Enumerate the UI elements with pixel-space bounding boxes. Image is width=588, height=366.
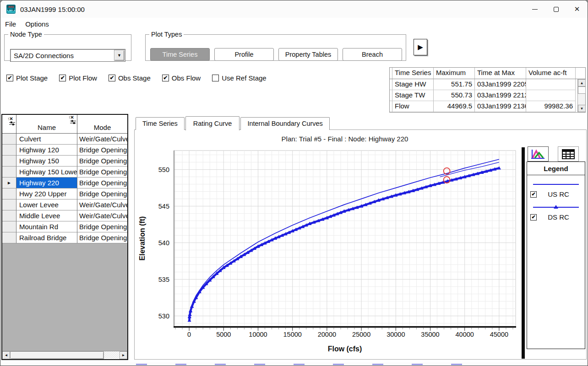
row-selector-cell[interactable]: [2, 188, 16, 199]
line-triangle-marker-sample: [532, 204, 580, 210]
node-mode-cell[interactable]: Bridge Opening: [77, 145, 127, 156]
animate-button[interactable]: ▶: [414, 39, 427, 55]
row-selector-cell[interactable]: [2, 199, 16, 210]
table-row-highway-120[interactable]: Highway 120Bridge Opening: [2, 145, 127, 156]
node-mode-cell[interactable]: Bridge Opening: [77, 178, 127, 188]
minimize-button[interactable]: [524, 0, 545, 18]
row-selector-cell[interactable]: [2, 232, 16, 243]
checkbox-ds-rc[interactable]: ✔: [530, 214, 537, 221]
summary-column-header: Maximum: [434, 68, 475, 79]
table-row-middle-levee[interactable]: Middle LeveeWeir/Gate/Culve: [2, 210, 127, 221]
node-name-cell[interactable]: Mountain Rd: [16, 221, 77, 232]
scroll-right-icon[interactable]: ►: [120, 351, 127, 359]
node-mode-cell[interactable]: Bridge Opening: [77, 221, 127, 232]
scrollbar-thumb[interactable]: [578, 86, 586, 94]
line-marker-sample: [532, 181, 580, 187]
column-header-mode[interactable]: Mode: [77, 115, 127, 133]
row-selector-cell[interactable]: [2, 210, 16, 221]
table-row-railroad-bridge[interactable]: Railroad BridgeBridge Opening: [2, 232, 127, 243]
node-name-cell[interactable]: Highway 120: [16, 145, 77, 156]
row-selector-cell[interactable]: [2, 167, 16, 178]
table-row-highway-150-lowe[interactable]: Highway 150 LoweBridge Opening: [2, 167, 127, 178]
corner-header-cell[interactable]: ↑✕: [2, 115, 16, 133]
node-name-cell[interactable]: Highway 220: [16, 178, 77, 188]
sort-clear-icon[interactable]: ↑✕: [5, 117, 15, 121]
row-selector-cell[interactable]: [2, 134, 16, 145]
checkbox-use-ref-stage[interactable]: Use Ref Stage: [212, 74, 267, 82]
menu-file[interactable]: File: [0, 19, 21, 29]
plot-type-property-tables-button[interactable]: Property Tables: [278, 48, 338, 61]
checkbox-box[interactable]: [212, 75, 219, 81]
filter-slider-icon[interactable]: [9, 121, 15, 125]
plot-type-profile-button[interactable]: Profile: [214, 48, 274, 61]
maximize-button[interactable]: [545, 0, 566, 18]
close-button[interactable]: ✕: [566, 0, 588, 18]
tab-internal-boundary-curves[interactable]: Internal Boundary Curves: [240, 117, 329, 130]
legend-splitter-handle[interactable]: [522, 147, 525, 359]
row-selector-cell[interactable]: [2, 221, 16, 232]
scroll-down-icon[interactable]: ▼: [578, 105, 586, 112]
node-mode-cell[interactable]: Bridge Opening: [77, 156, 127, 167]
menu-options[interactable]: Options: [21, 19, 54, 29]
node-type-group: Node Type SA/2D Connections ▼: [4, 31, 131, 61]
summary-cell: Flow: [392, 101, 434, 112]
summary-scrollbar[interactable]: ▲ ▼: [577, 79, 585, 112]
checkbox-us-rc[interactable]: ✔: [530, 191, 537, 198]
scrollbar-track[interactable]: [104, 351, 120, 359]
show-table-button[interactable]: [558, 146, 579, 161]
hec-ras-plot-window: RAS 03JAN1999 15:00:00 ✕ File Options No…: [0, 0, 588, 366]
node-name-cell[interactable]: Highway 150 Lowe: [16, 167, 77, 178]
filter-slider-icon[interactable]: [70, 120, 76, 124]
node-name-cell[interactable]: Culvert: [16, 134, 77, 145]
chevron-down-icon[interactable]: ▼: [114, 50, 125, 61]
column-header-name[interactable]: Name ↑✕: [16, 115, 77, 133]
plot-type-time-series-button[interactable]: Time Series: [150, 48, 210, 61]
checkbox-plot-flow[interactable]: ✔Plot Flow: [59, 74, 97, 82]
row-selector-cell[interactable]: [2, 145, 16, 156]
node-name-cell[interactable]: Hwy 220 Upper: [16, 188, 77, 199]
table-row-lower-levee[interactable]: Lower LeveeWeir/Gate/Culve: [2, 199, 127, 210]
plot-option-toggles: ✔Plot Stage✔Plot Flow✔Obs Stage✔Obs Flow…: [6, 73, 278, 83]
node-name-cell[interactable]: Lower Levee: [16, 199, 77, 210]
node-mode-cell[interactable]: Bridge Opening: [77, 188, 127, 199]
show-plot-button[interactable]: [528, 146, 549, 161]
checkbox-plot-stage[interactable]: ✔Plot Stage: [6, 74, 48, 82]
node-mode-cell[interactable]: Bridge Opening: [77, 167, 127, 178]
sort-clear-icon[interactable]: ↑✕: [66, 115, 76, 120]
title-bar[interactable]: RAS 03JAN1999 15:00:00 ✕: [0, 0, 588, 18]
summary-cell: 03Jan1999 2205: [475, 79, 526, 90]
time-series-summary-table[interactable]: Time SeriesMaximumTime at MaxVolume ac-f…: [389, 67, 586, 113]
row-selector-cell[interactable]: ►: [2, 178, 16, 188]
rating-curve-chart[interactable]: 0500010000150002000025000300003500040000…: [136, 131, 526, 360]
node-name-cell[interactable]: Middle Levee: [16, 210, 77, 221]
checkbox-box[interactable]: ✔: [6, 75, 13, 81]
node-mode-cell[interactable]: Weir/Gate/Culve: [77, 199, 127, 210]
table-row-highway-220[interactable]: ►Highway 220Bridge Opening: [2, 178, 127, 188]
node-mode-cell[interactable]: Bridge Opening: [77, 232, 127, 243]
node-name-cell[interactable]: Highway 150: [16, 156, 77, 167]
sort-filter-icons[interactable]: ↑✕: [5, 117, 15, 125]
checkbox-box[interactable]: ✔: [109, 75, 115, 81]
scroll-left-icon[interactable]: ◄: [2, 351, 10, 359]
table-row-mountain-rd[interactable]: Mountain RdBridge Opening: [2, 221, 127, 232]
table-row-highway-150[interactable]: Highway 150Bridge Opening: [2, 156, 127, 167]
tab-time-series[interactable]: Time Series: [136, 117, 185, 130]
table-row-hwy-220-upper[interactable]: Hwy 220 UpperBridge Opening: [2, 188, 127, 199]
node-name-cell[interactable]: Railroad Bridge: [16, 232, 77, 243]
checkbox-box[interactable]: ✔: [59, 75, 66, 81]
node-mode-cell[interactable]: Weir/Gate/Culve: [77, 210, 127, 221]
scroll-up-icon[interactable]: ▲: [578, 79, 586, 86]
sort-filter-icons[interactable]: ↑✕: [66, 115, 76, 124]
tab-rating-curve[interactable]: Rating Curve: [185, 116, 240, 130]
table-row-culvert[interactable]: CulvertWeir/Gate/Culve: [2, 134, 127, 145]
plot-type-breach-button[interactable]: Breach: [343, 48, 402, 61]
checkbox-obs-stage[interactable]: ✔Obs Stage: [109, 74, 151, 82]
node-type-dropdown[interactable]: SA/2D Connections ▼: [10, 49, 125, 62]
checkbox-box[interactable]: ✔: [162, 75, 169, 81]
row-selector-cell[interactable]: [2, 156, 16, 167]
checkbox-obs-flow[interactable]: ✔Obs Flow: [162, 74, 201, 82]
node-table-hscrollbar[interactable]: ◄ ►: [2, 351, 127, 359]
node-mode-cell[interactable]: Weir/Gate/Culve: [77, 134, 127, 145]
summary-column-header: Time Series: [392, 68, 434, 79]
scrollbar-thumb[interactable]: [10, 351, 104, 359]
